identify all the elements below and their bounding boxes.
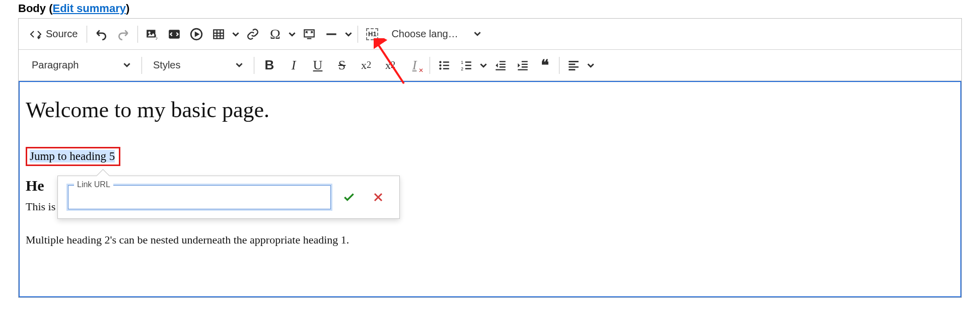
- outdent-button[interactable]: [489, 54, 512, 76]
- link-button[interactable]: [242, 23, 264, 45]
- svg-rect-5: [214, 30, 224, 38]
- list-dropdown[interactable]: [477, 54, 489, 76]
- align-left-icon: [567, 59, 580, 72]
- x-icon: [372, 191, 384, 203]
- align-button[interactable]: [563, 54, 585, 76]
- source-button-label: Source: [46, 28, 78, 40]
- svg-text:♪: ♪: [156, 35, 158, 40]
- horizontal-line-button[interactable]: [320, 23, 342, 45]
- link-url-popup: Link URL: [57, 176, 400, 219]
- content-heading-1[interactable]: Welcome to my basic page.: [26, 97, 954, 123]
- code-block-icon: [168, 28, 181, 41]
- chevron-down-icon: [289, 31, 296, 38]
- undo-icon: [95, 28, 108, 41]
- link-url-fieldset: Link URL: [68, 185, 331, 209]
- toolbar-separator: [430, 57, 430, 74]
- toolbar-separator: [137, 26, 138, 43]
- chevron-down-icon: [480, 62, 487, 69]
- link-confirm-button[interactable]: [338, 186, 360, 208]
- svg-text:1: 1: [461, 59, 463, 64]
- table-dropdown[interactable]: [230, 23, 242, 45]
- fullscreen-icon: [303, 28, 316, 41]
- svg-rect-6: [305, 30, 315, 37]
- toolbar-separator: [254, 57, 254, 74]
- fullscreen-button[interactable]: [298, 23, 320, 45]
- table-icon: [212, 28, 225, 41]
- bold-button[interactable]: B: [257, 54, 282, 76]
- hr-dropdown[interactable]: [342, 23, 355, 45]
- link-icon: [246, 28, 259, 41]
- strikethrough-button[interactable]: S: [330, 54, 354, 76]
- redo-button[interactable]: [112, 23, 134, 45]
- subscript-button[interactable]: x2: [378, 54, 402, 76]
- numbered-list-icon: 12: [460, 59, 473, 72]
- paragraph-label: Paragraph: [32, 59, 79, 71]
- source-button[interactable]: Source: [24, 23, 84, 45]
- heading-style-button[interactable]: H1: [361, 23, 383, 45]
- body-field-label: Body (Edit summary): [18, 0, 962, 18]
- link-cancel-button[interactable]: [367, 186, 389, 208]
- horizontal-line-icon: [325, 28, 338, 41]
- undo-button[interactable]: [90, 23, 112, 45]
- redo-icon: [117, 28, 130, 41]
- toolbar-separator: [559, 57, 559, 74]
- chevron-down-icon: [345, 31, 352, 38]
- svg-point-1: [149, 31, 151, 33]
- paragraph-format-dropdown[interactable]: Paragraph: [24, 54, 138, 76]
- indent-button[interactable]: [512, 54, 534, 76]
- insert-table-button[interactable]: [207, 23, 230, 45]
- special-character-dropdown[interactable]: [286, 23, 298, 45]
- toolbar-row-2: Paragraph Styles B I U S x2 x2 I✕: [19, 50, 961, 81]
- svg-text:2: 2: [461, 66, 463, 71]
- outdent-icon: [494, 59, 507, 72]
- h1-indicator: H1: [366, 28, 378, 40]
- numbered-list-button[interactable]: 12: [455, 54, 477, 76]
- chevron-down-icon: [474, 28, 481, 40]
- toolbar-separator: [142, 57, 142, 74]
- selected-anchor-text[interactable]: Jump to heading 5: [26, 147, 120, 166]
- chevron-down-icon: [123, 59, 130, 71]
- toolbar-row-1: Source ♪: [19, 19, 961, 50]
- check-icon: [342, 191, 356, 204]
- bullet-list-button[interactable]: [433, 54, 455, 76]
- code-block-button[interactable]: [163, 23, 185, 45]
- toolbar-separator: [87, 26, 87, 43]
- ckeditor-frame: Source ♪: [18, 18, 962, 298]
- language-label: Choose lang…: [391, 28, 458, 40]
- special-character-button[interactable]: Ω: [264, 23, 286, 45]
- underline-button[interactable]: U: [306, 54, 330, 76]
- editor-content[interactable]: Welcome to my basic page. Jump to headin…: [19, 81, 961, 297]
- superscript-button[interactable]: x2: [354, 54, 378, 76]
- styles-dropdown[interactable]: Styles: [145, 54, 251, 76]
- edit-summary-link[interactable]: Edit summary: [52, 2, 126, 15]
- source-icon: [30, 28, 42, 40]
- svg-point-11: [439, 67, 441, 69]
- language-dropdown[interactable]: Choose lang…: [383, 23, 489, 45]
- italic-button[interactable]: I: [282, 54, 306, 76]
- link-url-label: Link URL: [74, 180, 113, 189]
- chevron-down-icon: [232, 31, 239, 38]
- chevron-down-icon: [587, 62, 594, 69]
- align-dropdown[interactable]: [585, 54, 597, 76]
- content-paragraph-2[interactable]: Multiple heading 2's can be nested under…: [26, 233, 954, 247]
- bullet-list-icon: [438, 59, 451, 72]
- remove-format-button[interactable]: I✕: [402, 54, 427, 76]
- media-embed-button[interactable]: [185, 23, 207, 45]
- insert-image-button[interactable]: ♪: [141, 23, 163, 45]
- chevron-down-icon: [236, 59, 243, 71]
- toolbar-separator: [358, 26, 358, 43]
- svg-rect-7: [307, 38, 312, 39]
- blockquote-button[interactable]: ❝: [534, 54, 556, 76]
- media-embed-icon: [190, 28, 203, 41]
- svg-point-10: [439, 64, 441, 66]
- svg-point-9: [439, 61, 441, 63]
- image-icon: ♪: [146, 28, 159, 41]
- styles-label: Styles: [153, 59, 180, 71]
- anchor-text: Jump to heading 5: [30, 150, 115, 163]
- body-label-text: Body: [18, 2, 46, 15]
- indent-icon: [516, 59, 529, 72]
